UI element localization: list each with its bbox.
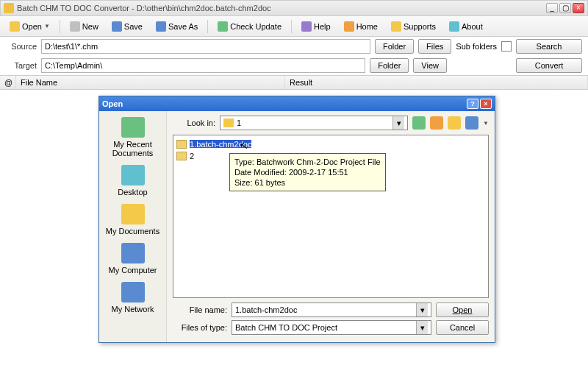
convert-button[interactable]: Convert bbox=[516, 58, 582, 73]
mydocs-icon bbox=[121, 204, 145, 224]
source-folder-button[interactable]: Folder bbox=[375, 39, 414, 54]
supports-icon bbox=[391, 21, 401, 32]
save-as-icon bbox=[156, 21, 166, 32]
cursor-icon: ↖ bbox=[239, 139, 250, 152]
lookin-label: Look in: bbox=[173, 118, 215, 127]
source-label: Source bbox=[6, 42, 37, 51]
target-row: Target Folder View Convert bbox=[0, 56, 588, 75]
folder-icon bbox=[176, 152, 187, 160]
open-button[interactable]: Open▼ bbox=[4, 19, 55, 34]
about-icon bbox=[449, 21, 459, 32]
chevron-down-icon: ▾ bbox=[416, 303, 428, 316]
back-icon[interactable] bbox=[412, 116, 426, 130]
about-button[interactable]: About bbox=[444, 19, 488, 34]
target-label: Target bbox=[6, 61, 37, 70]
subfolders-checkbox[interactable] bbox=[501, 41, 512, 52]
col-filename[interactable]: File Name bbox=[16, 76, 285, 89]
places-bar: My Recent Documents Desktop My Documents… bbox=[99, 111, 167, 342]
subfolders-label: Sub folders bbox=[456, 42, 497, 51]
save-as-button[interactable]: Save As bbox=[151, 19, 203, 34]
new-button[interactable]: New bbox=[65, 19, 104, 34]
check-update-button[interactable]: Check Update bbox=[212, 19, 287, 34]
save-button[interactable]: Save bbox=[107, 19, 148, 34]
source-input[interactable] bbox=[41, 39, 370, 54]
filetype-combo[interactable]: Batch CHM TO DOC Project▾ bbox=[232, 320, 431, 335]
supports-button[interactable]: Supports bbox=[386, 19, 441, 34]
filename-combo[interactable]: 1.batch-chm2doc▾ bbox=[232, 302, 431, 317]
place-desktop[interactable]: Desktop bbox=[104, 165, 162, 197]
folder-icon bbox=[223, 118, 234, 127]
grid-header: @ File Name Result bbox=[0, 75, 588, 90]
window-title: Batch CHM TO DOC Convertor - D:\other\bi… bbox=[17, 4, 546, 13]
separator bbox=[60, 20, 60, 33]
place-mynet[interactable]: My Network bbox=[104, 282, 162, 314]
close-button[interactable]: × bbox=[573, 3, 584, 13]
filename-label: File name: bbox=[173, 305, 227, 314]
new-doc-icon bbox=[70, 21, 80, 32]
lookin-combo[interactable]: 1 ▾ bbox=[220, 116, 408, 130]
file-tooltip: Type: Batchwork Chm-2-Doc Project File D… bbox=[229, 153, 386, 191]
main-titlebar: Batch CHM TO DOC Convertor - D:\other\bi… bbox=[0, 0, 588, 16]
chevron-down-icon: ▾ bbox=[392, 116, 404, 130]
target-folder-button[interactable]: Folder bbox=[370, 58, 409, 73]
filetype-label: Files of type: bbox=[173, 323, 227, 332]
place-mydocs[interactable]: My Documents bbox=[104, 204, 162, 236]
open-dialog: Open ? × My Recent Documents Desktop My … bbox=[98, 96, 495, 343]
up-icon[interactable] bbox=[430, 116, 443, 130]
home-icon bbox=[344, 21, 354, 32]
help-button[interactable]: Help bbox=[296, 19, 336, 34]
col-result[interactable]: Result bbox=[285, 76, 588, 89]
help-icon bbox=[301, 21, 312, 32]
dialog-open-button[interactable]: Open bbox=[436, 302, 489, 317]
newfolder-icon[interactable] bbox=[448, 116, 461, 130]
maximize-button[interactable]: ▢ bbox=[559, 3, 571, 13]
place-recent[interactable]: My Recent Documents bbox=[104, 117, 162, 158]
save-icon bbox=[112, 21, 122, 32]
file-icon bbox=[176, 140, 187, 149]
open-folder-icon bbox=[10, 21, 20, 32]
dialog-cancel-button[interactable]: Cancel bbox=[436, 320, 489, 335]
dialog-titlebar[interactable]: Open ? × bbox=[99, 96, 495, 111]
separator bbox=[291, 20, 292, 33]
chevron-down-icon: ▼ bbox=[44, 23, 50, 29]
file-item[interactable]: 1.batch-chm2doc bbox=[176, 138, 485, 150]
app-icon bbox=[4, 3, 14, 13]
col-at[interactable]: @ bbox=[0, 76, 16, 89]
update-icon bbox=[218, 21, 228, 32]
target-view-button[interactable]: View bbox=[413, 58, 447, 73]
chevron-down-icon: ▾ bbox=[416, 321, 428, 334]
dialog-title: Open bbox=[102, 99, 465, 108]
source-row: Source Folder Files Sub folders Search bbox=[0, 37, 588, 56]
recent-icon bbox=[121, 117, 145, 138]
desktop-icon bbox=[121, 165, 145, 185]
dialog-close-button[interactable]: × bbox=[480, 99, 492, 109]
dialog-help-button[interactable]: ? bbox=[467, 99, 478, 109]
target-input[interactable] bbox=[41, 58, 365, 73]
mycomp-icon bbox=[121, 243, 145, 263]
chevron-down-icon[interactable]: ▼ bbox=[483, 120, 489, 127]
source-files-button[interactable]: Files bbox=[418, 39, 451, 54]
main-toolbar: Open▼ New Save Save As Check Update Help… bbox=[0, 16, 588, 37]
search-button[interactable]: Search bbox=[516, 39, 582, 54]
separator bbox=[207, 20, 208, 33]
minimize-button[interactable]: _ bbox=[546, 3, 558, 13]
lookin-row: Look in: 1 ▾ ▼ bbox=[173, 116, 489, 130]
file-list[interactable]: 1.batch-chm2doc 2 ↖ Type: Batchwork Chm-… bbox=[173, 135, 489, 298]
home-button[interactable]: Home bbox=[339, 19, 383, 34]
place-mycomp[interactable]: My Computer bbox=[104, 243, 162, 275]
views-icon[interactable] bbox=[465, 116, 478, 130]
mynet-icon bbox=[121, 282, 145, 302]
